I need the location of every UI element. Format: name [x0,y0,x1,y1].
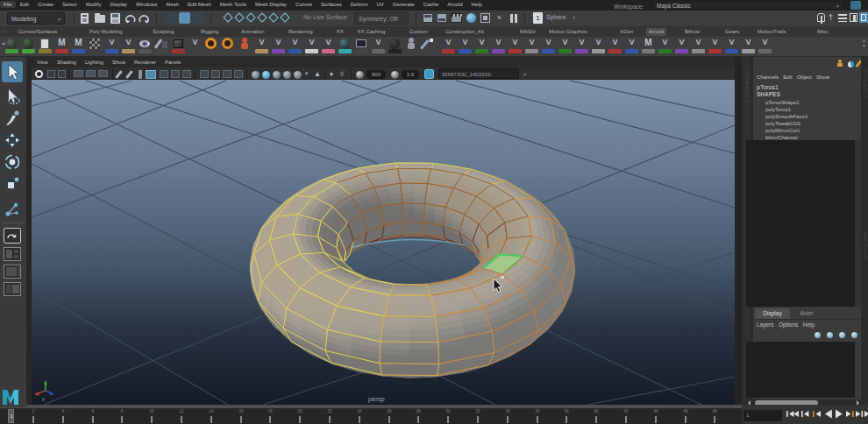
svg-text:persp: persp [368,395,385,403]
svg-text:y: y [42,396,45,401]
